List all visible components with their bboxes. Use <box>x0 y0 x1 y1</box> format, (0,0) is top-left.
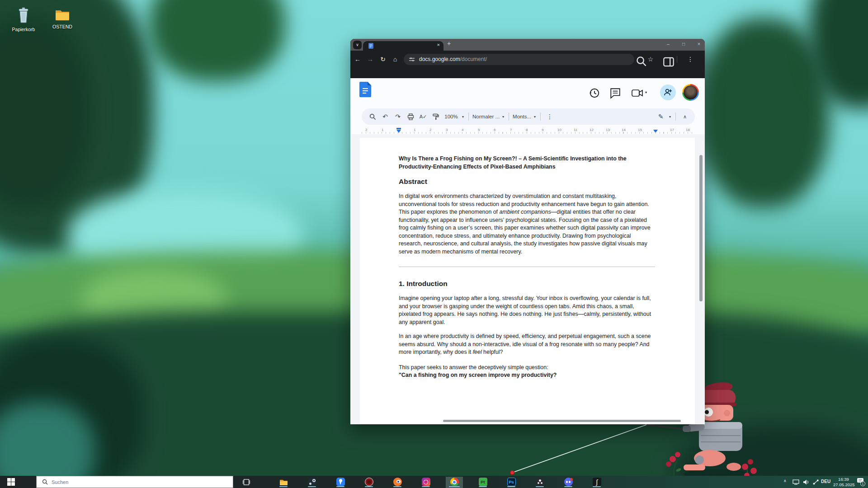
search-input[interactable] <box>52 479 201 485</box>
running-indicator <box>479 486 487 487</box>
bookmark-star-icon[interactable]: ☆ <box>645 54 656 65</box>
browser-toolbar: ← → ↻ ⌂ docs.google.com/document/ ☆ ⋮ <box>350 51 705 68</box>
taskbar-chrome-active[interactable] <box>446 477 463 487</box>
docs-search-button[interactable] <box>366 111 379 122</box>
account-avatar[interactable] <box>682 84 699 101</box>
right-margin-marker[interactable] <box>653 130 658 133</box>
style-caret-icon[interactable]: ▾ <box>500 115 506 119</box>
site-settings-icon[interactable] <box>409 56 415 62</box>
frog-gauntlet <box>683 426 691 432</box>
document-page[interactable]: Why Is There a Frog Fishing on My Screen… <box>360 138 695 424</box>
language-indicator[interactable]: DEU <box>821 479 830 484</box>
zoom-select[interactable]: 100% <box>442 111 460 122</box>
redo-button[interactable]: ↷ <box>392 111 404 122</box>
running-indicator <box>564 486 572 487</box>
taskbar-game-red[interactable] <box>363 477 374 487</box>
tray-hidden-icons-chevron[interactable]: ∧ <box>783 479 787 483</box>
taskbar-file-explorer[interactable] <box>278 477 289 487</box>
comments-icon[interactable] <box>609 87 621 99</box>
window-maximize-button[interactable]: □ <box>679 40 688 48</box>
taskbar-pt-app[interactable]: Pt <box>477 477 488 487</box>
usb-icon[interactable] <box>813 479 819 485</box>
back-button[interactable]: ← <box>352 54 363 65</box>
google-docs-app: ▾ <box>350 78 705 424</box>
toolbar-overflow-button[interactable]: ⋮ <box>543 111 556 122</box>
notification-center-button[interactable]: 1 <box>857 478 865 486</box>
zoom-value: 100% <box>443 114 458 119</box>
window-minimize-button[interactable]: – <box>664 40 672 48</box>
side-panel-icon[interactable] <box>663 56 674 67</box>
search-icon <box>369 113 376 120</box>
knee-plate <box>695 455 704 465</box>
tab-search-button[interactable]: ∨ <box>353 41 362 49</box>
font-caret-icon[interactable]: ▾ <box>532 115 538 119</box>
desktop-icon-recycle-bin[interactable]: Papierkorb <box>9 7 38 32</box>
indent-marker-bar[interactable] <box>396 128 401 129</box>
running-indicator <box>279 486 288 487</box>
left-margin-marker[interactable] <box>396 130 401 133</box>
editing-mode-caret-icon[interactable]: ▾ <box>667 115 673 119</box>
intro-text: This paper seeks to answer the deceptive… <box>399 364 548 371</box>
ruler-number: 10 <box>557 128 561 132</box>
video-call-icon[interactable] <box>632 87 643 99</box>
folder-icon <box>55 8 70 21</box>
taskbar-blender[interactable] <box>392 477 403 487</box>
discord-icon <box>564 478 573 486</box>
new-tab-button[interactable]: + <box>447 40 451 47</box>
taskbar-photoshop[interactable]: Ps <box>506 477 517 487</box>
share-button[interactable] <box>660 84 676 100</box>
video-call-dropdown-caret[interactable]: ▾ <box>645 90 657 102</box>
chevron-down-icon: ∨ <box>356 42 359 47</box>
taskbar-maps-app[interactable] <box>335 477 346 487</box>
taskbar-game-ball[interactable] <box>534 477 545 487</box>
tab-close-icon[interactable]: × <box>437 42 440 47</box>
task-view-button[interactable] <box>241 477 252 487</box>
ruler-number: 15 <box>638 128 642 132</box>
desktop-icon-ostend-folder[interactable]: OSTEND <box>48 8 77 29</box>
reload-button[interactable]: ↻ <box>377 54 388 65</box>
editing-mode-button[interactable]: ✎ <box>655 111 667 122</box>
tab-google-docs[interactable]: × <box>363 41 443 51</box>
paragraph-style-select[interactable]: Normaler ... <box>472 114 500 119</box>
taskbar-discord[interactable] <box>563 477 574 487</box>
spellcheck-button[interactable]: A✓ <box>417 111 429 122</box>
search-icon <box>42 479 48 485</box>
font-family-select[interactable]: Monts... <box>512 114 532 119</box>
toolbar-divider <box>468 113 469 121</box>
abstract-italic: ambient companions <box>500 209 551 215</box>
toolbar-divider <box>509 113 509 121</box>
instagram-icon <box>422 478 430 486</box>
print-button[interactable] <box>404 111 417 122</box>
running-indicator <box>536 486 544 487</box>
ruler-number: 4 <box>462 128 463 132</box>
taskbar-search-box[interactable] <box>36 476 233 488</box>
taskbar-steam[interactable] <box>307 477 317 487</box>
zoom-caret-icon[interactable]: ▾ <box>460 115 466 119</box>
rose <box>666 461 671 467</box>
google-docs-logo-icon[interactable] <box>359 82 371 97</box>
forward-button[interactable]: → <box>365 54 376 65</box>
vertical-scrollbar-thumb[interactable] <box>699 155 703 301</box>
window-close-button[interactable]: × <box>695 40 703 48</box>
recycle-bin-icon <box>16 7 31 23</box>
network-icon[interactable] <box>793 479 799 485</box>
taskbar-instagram[interactable] <box>420 477 431 487</box>
collapse-toolbar-button[interactable]: ∧ <box>679 111 691 122</box>
address-bar[interactable]: docs.google.com/document/ <box>404 54 634 65</box>
start-button[interactable] <box>5 478 17 486</box>
version-history-icon[interactable] <box>589 87 600 99</box>
url-host: docs.google.com <box>419 56 460 62</box>
docs-favicon <box>368 43 374 49</box>
taskbar-clock[interactable]: 16:39 27.05.2025 <box>833 477 854 487</box>
wallpaper-water <box>0 402 95 488</box>
home-button[interactable]: ⌂ <box>390 54 401 65</box>
browser-menu-kebab-icon[interactable]: ⋮ <box>685 54 696 65</box>
ruler-number: 18 <box>686 128 690 132</box>
taskbar-music-app[interactable]: ∫ <box>591 477 602 487</box>
paint-format-button[interactable] <box>429 111 442 122</box>
ruler-number: 1 <box>382 128 383 132</box>
horizontal-scrollbar-thumb[interactable] <box>443 420 681 422</box>
volume-icon[interactable] <box>803 479 809 485</box>
document-text[interactable]: Why Is There a Frog Fishing on My Screen… <box>399 155 655 380</box>
undo-button[interactable]: ↶ <box>379 111 392 122</box>
